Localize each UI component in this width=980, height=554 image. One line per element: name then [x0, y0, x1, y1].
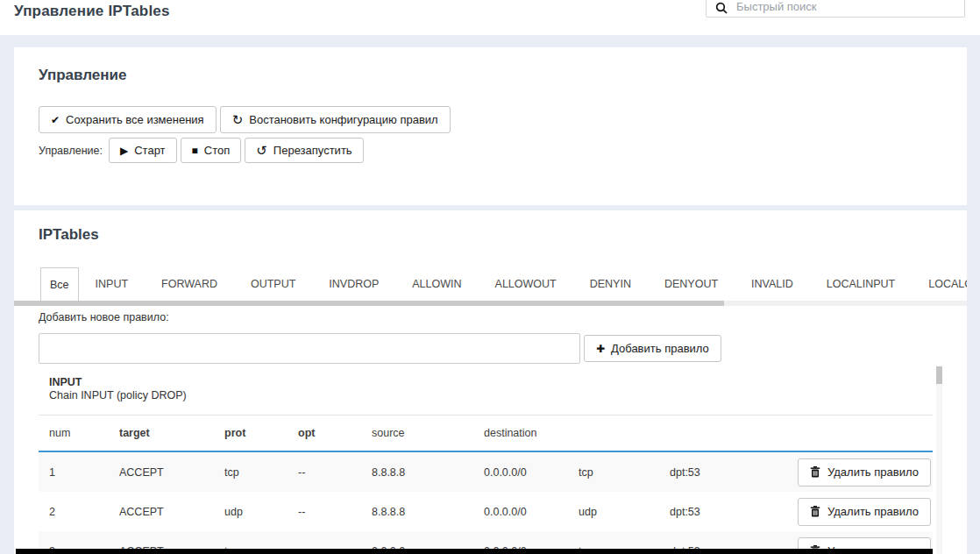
tab-localoutput[interactable]: LOCALOUTPUT [912, 267, 967, 301]
trash-icon [810, 506, 820, 517]
tab-localinput[interactable]: LOCALINPUT [810, 267, 913, 301]
delete-rule-button[interactable]: Удалить правило [798, 498, 931, 526]
tab-input[interactable]: INPUT [79, 267, 146, 301]
rules-table-body: 1ACCEPTtcp--8.8.8.80.0.0.0/0tcpdpt:53Уда… [39, 452, 933, 554]
restart-icon: ↺ [256, 144, 267, 157]
chain-tabs: ВсеINPUTFORWARDOUTPUTINVDROPALLOWINALLOW… [40, 267, 967, 301]
delete-rule-label: Удалить правило [827, 465, 919, 479]
table-cell: 8.8.8.8 [361, 506, 473, 518]
table-cell: 8.8.8.8 [361, 466, 473, 479]
table-cell: -- [288, 506, 361, 518]
column-header-opt: opt [288, 427, 361, 439]
rules-table-header: numtargetprotoptsourcedestination [39, 415, 933, 452]
restore-config-button[interactable]: ↻ Востановить конфигурацию правил [220, 106, 451, 133]
search-icon [715, 2, 728, 14]
tab-allowin[interactable]: ALLOWIN [395, 267, 478, 301]
tab-denyin[interactable]: DENYIN [573, 267, 648, 301]
table-cell: 0.0.0.0/0 [473, 466, 568, 479]
top-header: Управление IPTables [0, 0, 980, 35]
rules-table: numtargetprotoptsourcedestination 1ACCEP… [39, 415, 933, 554]
table-cell: 0.0.0.0/0 [473, 506, 568, 518]
table-cell: dpt:53 [659, 506, 798, 518]
iptables-card-title: IPTables [39, 226, 99, 244]
tab-denyout[interactable]: DENYOUT [648, 267, 735, 301]
tabs-scrollbar-track[interactable] [14, 301, 967, 306]
trash-icon [810, 466, 820, 478]
management-actions: ✔ Сохранить все изменения ↻ Востановить … [39, 106, 451, 133]
table-row: 1ACCEPTtcp--8.8.8.80.0.0.0/0tcpdpt:53Уда… [39, 452, 933, 492]
screen: Управление IPTables Управление ✔ Сохрани… [0, 0, 980, 554]
column-header-prot: prot [214, 427, 288, 439]
column-header-target: target [109, 427, 214, 439]
table-cell-action: Удалить правило [798, 498, 938, 526]
check-icon: ✔ [51, 115, 60, 125]
service-controls: Управление: ▶ Старт ■ Стоп ↺ Перезапусти… [39, 138, 364, 163]
table-cell-action: Удалить правило [798, 458, 938, 487]
table-cell: udp [214, 506, 288, 518]
management-card: Управление ✔ Сохранить все изменения ↻ В… [14, 47, 967, 205]
column-header-num: num [39, 427, 109, 439]
table-row: 2ACCEPTudp--8.8.8.80.0.0.0/0udpdpt:53Уда… [39, 492, 933, 531]
tab-invalid[interactable]: INVALID [735, 267, 810, 301]
quick-search[interactable] [706, 0, 965, 18]
table-scrollbar-thumb[interactable] [936, 366, 942, 384]
column-header-source: source [361, 427, 473, 439]
table-cell: tcp [214, 466, 288, 479]
chain-header: INPUT Chain INPUT (policy DROP) [49, 376, 187, 402]
page-title: Управление IPTables [14, 3, 170, 20]
table-cell: 2 [39, 506, 109, 518]
chain-policy: Chain INPUT (policy DROP) [49, 389, 187, 402]
plus-icon: ✚ [596, 344, 605, 354]
save-all-label: Сохранить все изменения [66, 113, 204, 126]
table-cell: ACCEPT [109, 466, 214, 479]
tab-output[interactable]: OUTPUT [234, 267, 312, 301]
column-header-destination: destination [473, 427, 568, 439]
table-cell: ACCEPT [109, 506, 214, 518]
add-rule-button-label: Добавить правило [611, 342, 709, 355]
table-cell: 1 [39, 466, 109, 479]
tab-invdrop[interactable]: INVDROP [312, 267, 395, 301]
restart-label: Перезапустить [273, 144, 352, 157]
start-button[interactable]: ▶ Старт [109, 138, 177, 163]
play-icon: ▶ [120, 146, 128, 156]
tab-allowout[interactable]: ALLOWOUT [479, 267, 573, 301]
screen-cutoff-bar [16, 549, 933, 554]
start-label: Старт [134, 144, 165, 157]
restore-config-label: Востановить конфигурацию правил [249, 113, 437, 126]
restart-button[interactable]: ↺ Перезапустить [245, 138, 363, 163]
table-cell: dpt:53 [659, 466, 798, 479]
delete-rule-button[interactable]: Удалить правило [798, 458, 931, 487]
delete-rule-label: Удалить правило [827, 505, 919, 518]
table-cell: udp [568, 506, 659, 518]
table-cell: tcp [568, 466, 659, 479]
add-rule-label: Добавить новое правило: [39, 311, 169, 323]
table-scrollbar-track[interactable] [936, 366, 942, 554]
management-card-title: Управление [39, 67, 126, 84]
new-rule-input[interactable] [39, 333, 580, 364]
add-rule-button[interactable]: ✚ Добавить правило [584, 335, 721, 362]
save-all-button[interactable]: ✔ Сохранить все изменения [39, 106, 217, 133]
tabs-scrollbar-thumb[interactable] [14, 301, 724, 306]
search-input[interactable] [736, 0, 955, 14]
tab-forward[interactable]: FORWARD [145, 267, 234, 301]
refresh-icon: ↻ [232, 113, 244, 126]
stop-icon: ■ [192, 146, 198, 156]
tab-все[interactable]: Все [40, 267, 79, 301]
control-label: Управление: [39, 145, 103, 157]
table-cell: -- [288, 466, 361, 479]
stop-label: Стоп [204, 144, 230, 157]
chain-name: INPUT [49, 376, 187, 389]
stop-button[interactable]: ■ Стоп [181, 138, 242, 163]
iptables-card: IPTables ВсеINPUTFORWARDOUTPUTINVDROPALL… [14, 210, 967, 554]
